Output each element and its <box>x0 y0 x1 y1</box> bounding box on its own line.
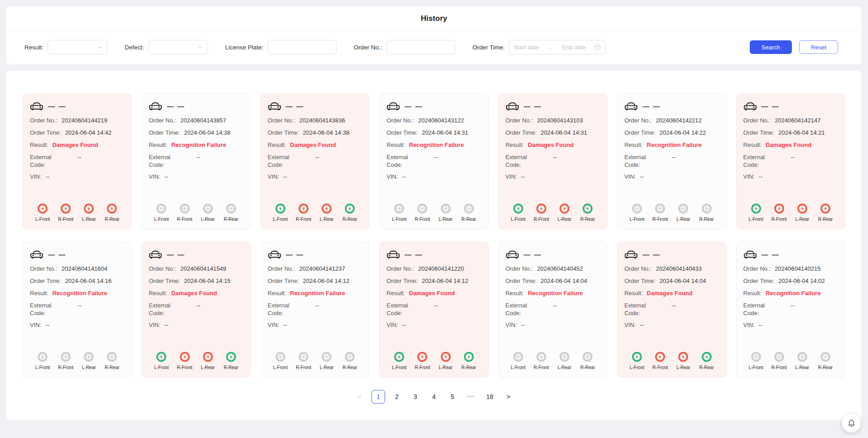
external-code-label: External Code: <box>506 154 539 169</box>
wheel-icon <box>582 203 593 214</box>
reset-button[interactable]: Reset <box>799 40 838 54</box>
wheel-label: L-Rear <box>82 217 96 222</box>
history-card[interactable]: — — Order No.: 20240604140215 Order Time… <box>736 242 845 378</box>
vin-row: VIN: -- <box>268 321 362 329</box>
order-no-label: Order No.: <box>30 117 58 125</box>
car-icon <box>386 250 400 259</box>
pagination-page-4[interactable]: 4 <box>427 390 441 404</box>
order-no-row: Order No.: 20240604141549 <box>149 265 243 273</box>
history-card[interactable]: — — Order No.: 20240604143103 Order Time… <box>498 93 608 229</box>
wheel-status-row: L-Front R-Front L-Rear R-Rear <box>30 203 125 223</box>
history-card[interactable]: — — Order No.: 20240604144219 Order Time… <box>23 93 132 229</box>
defect-select[interactable] <box>148 40 208 54</box>
vin-value: -- <box>45 321 49 329</box>
order-time-row: Order Time: 2024-06-04 14:12 <box>386 277 481 285</box>
order-no-value: 20240604140215 <box>775 265 820 273</box>
history-card[interactable]: — — Order No.: 20240604142147 Order Time… <box>736 93 845 229</box>
order-time-label: Order Time: <box>149 129 180 137</box>
wheel-r-front: R-Front <box>411 203 433 222</box>
wheel-status-row: L-Front R-Front L-Rear R-Rear <box>386 351 481 371</box>
result-select[interactable] <box>48 40 107 54</box>
pagination-page-3[interactable]: 3 <box>409 390 422 404</box>
search-button[interactable]: Search <box>750 40 792 54</box>
car-icon <box>149 250 162 259</box>
result-value: Recognition Failure <box>647 141 702 149</box>
wheel-label: R-Rear <box>224 217 238 222</box>
external-code-row: External Code: -- <box>624 154 719 169</box>
order-time-value: 2024-06-04 14:04 <box>660 277 706 285</box>
wheel-icon <box>701 351 713 363</box>
pagination-page-2[interactable]: 2 <box>390 390 404 404</box>
wheel-r-front: R-Front <box>174 351 196 370</box>
history-card[interactable]: — — Order No.: 20240604140452 Order Time… <box>498 242 608 378</box>
pagination-page-18[interactable]: 18 <box>483 390 497 404</box>
order-time-label: Order Time: <box>268 129 299 137</box>
wheel-l-front: L-Front <box>270 351 291 370</box>
history-card[interactable]: — — Order No.: 20240604141237 Order Time… <box>260 242 370 378</box>
wheel-icon <box>535 203 547 214</box>
order-no-row: Order No.: 20240604144219 <box>30 117 125 125</box>
order-time-row: Order Time: 2024-06-04 14:38 <box>149 129 243 137</box>
order-time-row: Order Time: 2024-06-04 14:31 <box>386 129 481 137</box>
history-card[interactable]: — — Order No.: 20240604142212 Order Time… <box>617 93 726 229</box>
filter-bar: Result: Defect: License Plate: Order No.… <box>6 31 862 64</box>
result-value: Damages Found <box>290 141 336 149</box>
vin-value: -- <box>640 321 644 329</box>
history-card[interactable]: — — Order No.: 20240604143836 Order Time… <box>260 93 370 229</box>
card-head: — — <box>30 250 125 259</box>
vin-value: -- <box>521 173 525 181</box>
history-card[interactable]: — — Order No.: 20240604143122 Order Time… <box>379 93 488 229</box>
order-time-value: 2024-06-04 14:02 <box>778 277 825 285</box>
history-card[interactable]: — — Order No.: 20240604143857 Order Time… <box>141 93 251 229</box>
wheel-l-rear: L-Rear <box>791 351 813 370</box>
order-time-range-picker[interactable]: Start date → End date <box>509 40 606 54</box>
order-time-row: Order Time: 2024-06-04 14:02 <box>743 277 838 285</box>
result-value: Damages Found <box>409 290 455 297</box>
external-code-value: -- <box>553 154 557 169</box>
wheel-r-front: R-Front <box>293 203 314 222</box>
order-time-label: Order Time: <box>743 277 775 285</box>
card-head: — — <box>386 102 481 111</box>
order-time-row: Order Time: 2024-06-04 14:04 <box>506 277 600 285</box>
history-card[interactable]: — — Order No.: 20240604141604 Order Time… <box>23 242 132 378</box>
order-time-row: Order Time: 2024-06-04 14:12 <box>268 277 362 285</box>
pagination-page-1[interactable]: 1 <box>371 390 385 404</box>
order-no-input[interactable] <box>391 44 450 51</box>
wheel-status-row: L-Front R-Front L-Rear R-Rear <box>506 351 600 371</box>
vin-value: -- <box>759 173 763 181</box>
wheel-icon <box>106 203 118 214</box>
history-card[interactable]: — — Order No.: 20240604141220 Order Time… <box>379 242 488 378</box>
wheel-icon <box>60 351 72 363</box>
result-label: Result: <box>30 290 48 297</box>
result-label: Result: <box>149 141 167 149</box>
pagination-next-icon[interactable]: > <box>502 390 515 404</box>
filter-result: Result: <box>24 40 107 54</box>
wheel-label: L-Front <box>630 217 644 222</box>
wheel-label: R-Front <box>652 365 668 370</box>
pagination-page-5[interactable]: 5 <box>446 390 459 404</box>
car-icon <box>743 250 757 259</box>
wheel-icon <box>155 203 167 214</box>
car-icon <box>30 250 43 259</box>
wheel-l-front: L-Front <box>626 203 648 222</box>
license-plate-input[interactable] <box>273 44 332 51</box>
order-time-label: Order Time: <box>268 277 299 285</box>
order-time-value: 2024-06-04 14:22 <box>660 129 706 137</box>
result-label: Result: <box>30 141 48 149</box>
pagination-prev-icon[interactable]: < <box>353 390 366 404</box>
wheel-label: R-Rear <box>699 365 714 370</box>
history-card[interactable]: — — Order No.: 20240604140433 Order Time… <box>617 242 726 378</box>
wheel-label: R-Rear <box>818 217 833 222</box>
vin-row: VIN: -- <box>506 173 600 181</box>
wheel-icon <box>654 351 666 363</box>
wheel-icon <box>416 351 428 363</box>
wheel-icon <box>321 351 333 363</box>
wheel-r-rear: R-Rear <box>577 351 598 370</box>
external-code-label: External Code: <box>386 154 420 169</box>
wheel-label: R-Rear <box>462 217 476 222</box>
wheel-status-row: L-Front R-Front L-Rear R-Rear <box>624 203 719 223</box>
history-card[interactable]: — — Order No.: 20240604141549 Order Time… <box>141 242 251 378</box>
car-icon <box>624 102 638 111</box>
notification-bell-button[interactable] <box>842 414 861 433</box>
wheel-label: L-Rear <box>796 365 810 370</box>
